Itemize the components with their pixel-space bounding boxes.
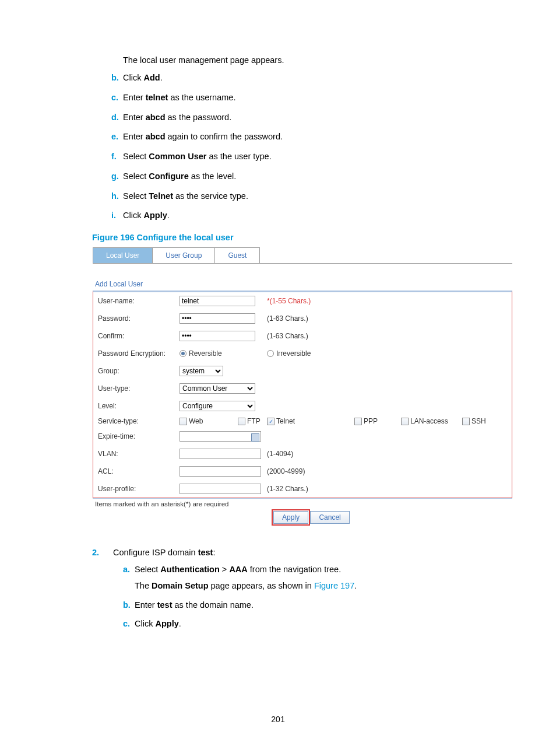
step2-lead: Configure ISP domain test: <box>113 548 215 557</box>
page-number: 201 <box>0 715 556 724</box>
select-group[interactable]: system <box>180 366 223 376</box>
tab-bar: Local User User Group Guest <box>93 247 512 264</box>
tab-user-group[interactable]: User Group <box>152 247 215 263</box>
label-acl: ACL: <box>98 467 180 475</box>
input-profile[interactable] <box>180 484 261 494</box>
label-usertype: User-type: <box>98 384 180 393</box>
step2-number: 2. <box>92 548 104 557</box>
step2-a-desc: The Domain Setup page appears, as shown … <box>135 579 504 592</box>
step2-b: b.Enter test as the domain name. <box>123 598 504 611</box>
step2-a: a.Select Authentication > AAA from the n… <box>123 563 504 593</box>
hint-confirm: (1-63 Chars.) <box>267 332 308 340</box>
hint-acl: (2000-4999) <box>267 467 305 475</box>
radio-reversible[interactable] <box>180 350 186 357</box>
service-ssh[interactable]: SSH <box>462 417 497 425</box>
hint-username: *(1-55 Chars.) <box>267 297 311 305</box>
label-vlan: VLAN: <box>98 450 180 458</box>
service-web[interactable]: Web <box>180 417 238 425</box>
hint-profile: (1-32 Chars.) <box>267 485 308 493</box>
apply-button[interactable]: Apply <box>273 511 308 524</box>
intro-text: The local user management page appears. <box>123 55 504 65</box>
radio-irreversible[interactable] <box>267 350 274 357</box>
hint-password: (1-63 Chars.) <box>267 314 308 323</box>
label-level: Level: <box>98 402 180 410</box>
cancel-button[interactable]: Cancel <box>310 511 349 524</box>
label-expire: Expire-time: <box>98 432 180 440</box>
radio-irreversible-label: Irreversible <box>276 349 311 358</box>
service-ppp[interactable]: PPP <box>354 417 401 425</box>
input-expire[interactable] <box>180 431 261 442</box>
checkbox-icon <box>462 418 470 425</box>
screenshot-panel: Local User User Group Guest Add Local Us… <box>92 247 513 524</box>
service-ftp[interactable]: FTP <box>238 417 267 425</box>
step-item: g.Select Configure as the level. <box>111 170 504 183</box>
checkbox-icon <box>180 418 187 425</box>
figure-caption: Figure 196 Configure the local user <box>92 233 504 242</box>
figure-197-link[interactable]: Figure 197 <box>314 581 354 590</box>
label-encryption: Password Encryption: <box>98 349 180 358</box>
checkbox-icon: ✓ <box>267 418 275 425</box>
label-username: User-name: <box>98 297 180 305</box>
required-note: Items marked with an asterisk(*) are req… <box>93 498 512 508</box>
step2-c: c.Click Apply. <box>123 617 504 630</box>
step-item: c.Enter telnet as the username. <box>111 92 504 104</box>
checkbox-icon <box>238 418 245 425</box>
radio-reversible-label: Reversible <box>189 349 222 358</box>
label-group: Group: <box>98 367 180 375</box>
input-confirm[interactable] <box>180 331 255 341</box>
checkbox-icon <box>354 418 362 425</box>
tab-local-user[interactable]: Local User <box>93 247 153 263</box>
label-confirm: Confirm: <box>98 332 180 340</box>
step-item: d.Enter abcd as the password. <box>111 111 504 124</box>
input-password[interactable] <box>180 313 255 324</box>
select-level[interactable]: Configure <box>180 401 255 411</box>
service-lan-access[interactable]: LAN-access <box>401 417 462 425</box>
input-vlan[interactable] <box>180 449 261 459</box>
input-acl[interactable] <box>180 466 261 477</box>
calendar-icon[interactable] <box>251 433 259 442</box>
input-username[interactable] <box>180 296 255 306</box>
section-title: Add Local User <box>95 280 512 288</box>
select-usertype[interactable]: Common User <box>180 383 255 394</box>
hint-vlan: (1-4094) <box>267 450 293 458</box>
tab-guest[interactable]: Guest <box>214 247 260 263</box>
steps-list-1: b.Click Add.c.Enter telnet as the userna… <box>111 72 504 222</box>
step-item: e.Enter abcd again to confirm the passwo… <box>111 131 504 144</box>
step-item: b.Click Add. <box>111 72 504 85</box>
service-telnet[interactable]: ✓Telnet <box>267 417 354 425</box>
label-service: Service-type: <box>98 417 180 425</box>
numbered-list: 2. Configure ISP domain test: a.Select A… <box>92 548 504 631</box>
step-item: f.Select Common User as the user type. <box>111 150 504 163</box>
checkbox-icon <box>401 418 409 425</box>
step-item: i.Click Apply. <box>111 209 504 222</box>
label-profile: User-profile: <box>98 485 180 493</box>
label-password: Password: <box>98 314 180 323</box>
add-user-form: User-name: *(1-55 Chars.) Password: (1-6… <box>93 290 512 498</box>
step-item: h.Select Telnet as the service type. <box>111 190 504 203</box>
